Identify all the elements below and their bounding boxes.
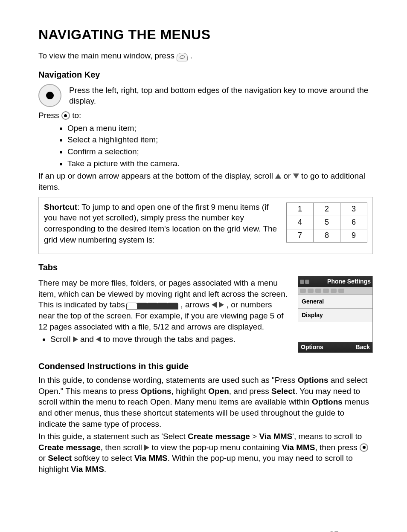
condensed-paragraph-2: In this guide, a statement such as 'Sele… <box>38 431 373 475</box>
tabs-scroll-line: Scroll and to move through the tabs and … <box>50 334 290 345</box>
press-to-line: Press to: <box>38 110 373 121</box>
tabs-scroll-b: and <box>80 335 96 344</box>
cond-text: , highlight <box>172 387 209 396</box>
grid-cell: 8 <box>314 229 340 242</box>
arrows-text-a: If an up or down arrow appears at the bo… <box>38 171 275 180</box>
shortcut-label: Shortcut <box>44 202 77 211</box>
cond-text: In this guide, to condense wording, stat… <box>38 376 298 385</box>
cond-text: , then press <box>315 443 360 452</box>
grid-cell: 2 <box>314 202 340 216</box>
list-item: Confirm a selection; <box>67 146 373 157</box>
tabs-paragraph: There may be more files, folders, or pag… <box>38 278 290 332</box>
shortcut-box: Shortcut: To jump to and open one of the… <box>38 197 373 254</box>
list-item: Select a highlighted item; <box>67 134 373 145</box>
grid-cell: 4 <box>287 216 314 229</box>
page-number: 25 <box>329 529 339 532</box>
cond-text: ', means to scroll to <box>292 432 362 441</box>
heading-tabs: Tabs <box>38 262 373 273</box>
nav-key-paragraph: Press the left, right, top and bottom ed… <box>69 85 373 107</box>
phone-softkey-options: Options <box>301 343 323 351</box>
grid-cell: 1 <box>287 202 314 216</box>
bold-create-message: Create message <box>188 432 250 441</box>
arrow-paragraph: If an up or down arrow appears at the bo… <box>38 171 373 192</box>
press-to-list: Open a menu item; Select a highlighted i… <box>38 123 373 169</box>
grid-numbering-table: 123 456 789 <box>286 202 367 243</box>
cond-text: softkey to select <box>72 454 134 463</box>
list-item: Take a picture with the camera. <box>67 158 373 169</box>
arrow-right-icon <box>219 302 224 308</box>
tabs-scroll-a: Scroll <box>50 335 73 344</box>
grid-cell: 3 <box>340 202 367 216</box>
cond-text: . <box>104 465 106 474</box>
bold-via-mms: Via MMS <box>259 432 292 441</box>
grid-cell: 5 <box>314 216 340 229</box>
bold-via-mms: Via MMS <box>134 454 168 463</box>
list-item: Open a menu item; <box>67 123 373 134</box>
arrow-left-icon <box>212 302 217 308</box>
intro-text-b: . <box>190 51 192 60</box>
center-key-icon <box>61 111 70 120</box>
bold-via-mms: Via MMS <box>282 443 315 452</box>
phone-screenshot: Phone Settings General Display Options B… <box>298 276 373 353</box>
bold-select: Select <box>48 454 72 463</box>
cond-text: > <box>250 432 259 441</box>
bold-options: Options <box>312 397 343 406</box>
grid-cell: 9 <box>340 229 367 242</box>
intro-text-a: To view the main menu window, press <box>38 51 177 60</box>
phone-tab-bar <box>298 287 372 295</box>
intro-line: To view the main menu window, press . <box>38 50 373 61</box>
grid-cell: 7 <box>287 229 314 242</box>
arrow-right-icon <box>144 445 149 451</box>
menu-key-icon <box>177 53 188 61</box>
arrows-text-b: or <box>283 171 293 180</box>
dpad-icon <box>38 84 61 107</box>
heading-navigation-key: Navigation Key <box>38 69 373 81</box>
page-title: NAVIGATING THE MENUS <box>38 26 373 44</box>
condensed-paragraph-1: In this guide, to condense wording, stat… <box>38 375 373 429</box>
bold-options: Options <box>298 376 329 385</box>
tab-strip-icon <box>127 303 178 309</box>
cond-text: , and press <box>229 387 271 396</box>
status-icons <box>300 280 309 284</box>
tabs-scroll-c: to move through the tabs and pages. <box>103 335 235 344</box>
grid-cell: 6 <box>340 216 367 229</box>
tabs-text-b: , arrows <box>180 300 212 309</box>
phone-item-display: Display <box>298 309 372 322</box>
cond-text: to view the pop-up menu containing <box>151 443 282 452</box>
heading-condensed: Condensed Instructions in this guide <box>38 361 373 372</box>
bold-create-message: Create message <box>38 443 101 452</box>
phone-softkey-back: Back <box>356 343 370 351</box>
phone-item-general: General <box>298 295 372 309</box>
arrow-right-icon <box>73 336 78 342</box>
cond-text: or <box>38 454 48 463</box>
cond-text: , then scroll <box>101 443 144 452</box>
bold-open: Open <box>208 387 229 396</box>
phone-title: Phone Settings <box>327 278 371 286</box>
arrow-left-icon <box>96 336 101 342</box>
arrow-down-icon <box>293 173 299 179</box>
bold-via-mms: Via MMS <box>71 465 104 474</box>
bold-options: Options <box>141 387 172 396</box>
press-to-b: to: <box>72 111 81 120</box>
shortcut-body-inline: : To jump to and open one of the first 9… <box>44 202 277 244</box>
press-to-a: Press <box>38 111 61 120</box>
center-key-icon <box>360 443 368 452</box>
arrow-up-icon <box>275 173 281 179</box>
cond-text: In this guide, a statement such as 'Sele… <box>38 432 188 441</box>
bold-select: Select <box>271 387 295 396</box>
